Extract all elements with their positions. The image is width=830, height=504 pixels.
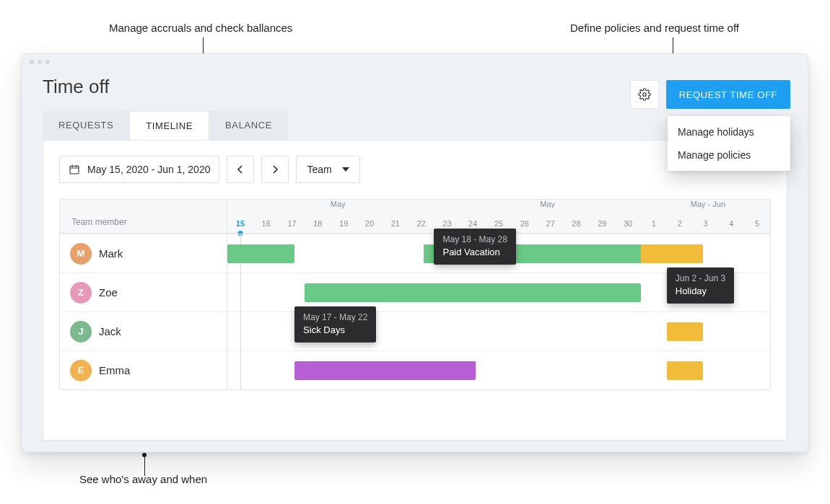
timeline-bar[interactable] — [667, 322, 703, 341]
day-header: 3 — [693, 214, 719, 233]
date-range-text: May 15, 2020 - Jun 1, 2020 — [87, 164, 210, 175]
day-header: 20 — [357, 214, 383, 233]
day-header: 4 — [718, 214, 744, 233]
timeline-bar[interactable] — [305, 283, 641, 302]
next-button[interactable] — [261, 156, 289, 183]
app-window: Time off REQUEST TIME OFF Manage holiday… — [22, 53, 808, 452]
day-header: 16 — [253, 214, 279, 233]
day-header: 21 — [383, 214, 409, 233]
timeline-bar[interactable] — [294, 361, 476, 380]
prev-button[interactable] — [227, 156, 254, 183]
annotation-bottom: See who's away and when — [79, 473, 207, 485]
member-name: Mark — [99, 247, 123, 260]
window-titlebar — [22, 54, 808, 70]
tooltip-label: Holiday — [676, 286, 725, 296]
avatar: M — [70, 243, 92, 265]
timeline-tooltip: May 18 - May 28Paid Vacation — [434, 229, 515, 265]
team-filter-dropdown[interactable]: Team — [296, 156, 359, 183]
member-name: Zoe — [99, 286, 118, 299]
day-header: 30 — [615, 214, 641, 233]
member-column-header: Team member — [60, 200, 227, 233]
day-header: 19 — [331, 214, 357, 233]
menu-item-manage-holidays[interactable]: Manage holidays — [668, 120, 790, 143]
day-header: 28 — [564, 214, 590, 233]
tooltip-label: Sick Days — [303, 324, 367, 335]
table-row: JJackMay 17 - May 22Sick Days — [60, 311, 770, 350]
timeline-tooltip: May 17 - May 22Sick Days — [294, 306, 376, 342]
day-header: 1 — [641, 214, 667, 233]
gear-icon — [638, 88, 651, 101]
tab-balance[interactable]: BALANCE — [209, 111, 288, 140]
annotation-top-right: Define policies and request time off — [570, 22, 739, 34]
timeline-controls: May 15, 2020 - Jun 1, 2020 Team — [59, 156, 771, 183]
header-actions: REQUEST TIME OFF — [630, 80, 790, 109]
avatar: J — [70, 321, 92, 342]
tooltip-label: Paid Vacation — [442, 247, 507, 257]
table-row: EEmma — [60, 350, 770, 389]
tab-requests[interactable]: REQUESTS — [43, 111, 129, 140]
day-header: 5 — [744, 214, 770, 233]
day-header: 2 — [667, 214, 693, 233]
menu-item-manage-policies[interactable]: Manage policies — [668, 143, 790, 167]
day-header: 27 — [538, 214, 564, 233]
tooltip-dates: May 17 - May 22 — [303, 312, 367, 322]
timeline-header: Team member MayMayMay - Jun1516171819202… — [60, 200, 770, 234]
timeline-panel: May 15, 2020 - Jun 1, 2020 Team Team mem… — [43, 140, 787, 441]
avatar: Z — [70, 282, 92, 304]
svg-point-0 — [643, 93, 647, 97]
settings-button[interactable] — [630, 80, 659, 109]
tooltip-dates: Jun 2 - Jun 3 — [676, 273, 725, 283]
bars-cell — [227, 351, 770, 389]
team-filter-label: Team — [307, 164, 331, 175]
day-header: 15 — [227, 214, 253, 233]
member-cell: MMark — [60, 234, 227, 273]
bars-cell: May 17 - May 22Sick Days — [227, 312, 770, 350]
tab-timeline[interactable]: TIMELINE — [129, 111, 209, 140]
avatar: E — [70, 360, 92, 381]
timeline-bar[interactable] — [227, 244, 294, 263]
month-label: May — [449, 200, 646, 214]
table-row: MMarkMay 18 - May 28Paid Vacation — [60, 234, 770, 273]
member-cell: EEmma — [60, 351, 227, 389]
member-name: Emma — [99, 364, 130, 376]
chevron-left-icon — [237, 165, 244, 174]
timeline-bar[interactable] — [641, 244, 703, 263]
day-header: 29 — [589, 214, 615, 233]
annotation-line — [144, 456, 145, 476]
timeline-body: MMarkMay 18 - May 28Paid VacationZZoeJun… — [60, 234, 770, 389]
request-time-off-button[interactable]: REQUEST TIME OFF — [666, 80, 790, 109]
annotation-top-left: Manage accruals and check ballances — [109, 22, 292, 34]
chevron-right-icon — [271, 165, 279, 174]
settings-dropdown: Manage holidays Manage policies — [668, 116, 790, 171]
member-cell: ZZoe — [60, 273, 227, 311]
member-cell: JJack — [60, 312, 227, 350]
table-row: ZZoeJun 2 - Jun 3Holiday — [60, 273, 770, 311]
svg-rect-1 — [70, 166, 79, 174]
member-name: Jack — [99, 325, 121, 337]
month-label: May - Jun — [647, 200, 770, 214]
day-header: 17 — [279, 214, 305, 233]
annotation-dot — [142, 453, 147, 457]
caret-down-icon — [342, 167, 349, 172]
day-header: 18 — [305, 214, 331, 233]
timeline-bar[interactable] — [667, 361, 703, 380]
calendar-icon — [69, 164, 80, 175]
day-header: 22 — [409, 214, 434, 233]
timeline-tooltip: Jun 2 - Jun 3Holiday — [667, 268, 734, 304]
timeline-grid: Team member MayMayMay - Jun1516171819202… — [59, 199, 771, 390]
date-range-picker[interactable]: May 15, 2020 - Jun 1, 2020 — [59, 156, 219, 183]
tooltip-dates: May 18 - May 28 — [442, 234, 507, 244]
month-label: May — [227, 200, 449, 214]
